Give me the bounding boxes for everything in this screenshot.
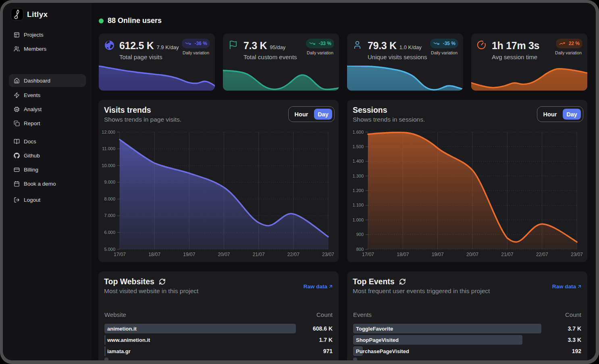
svg-text:1.200: 1.200: [352, 188, 364, 193]
svg-text:1.000: 1.000: [352, 217, 364, 222]
svg-text:20/07: 20/07: [466, 252, 478, 257]
svg-text:22/07: 22/07: [536, 252, 548, 257]
svg-text:9.000: 9.000: [104, 180, 115, 184]
svg-text:1.400: 1.400: [352, 159, 364, 163]
svg-text:AI: AI: [16, 108, 18, 110]
svg-text:20/07: 20/07: [218, 252, 230, 257]
svg-text:21/07: 21/07: [501, 252, 513, 257]
svg-text:12.000: 12.000: [102, 130, 115, 134]
svg-text:19/07: 19/07: [183, 252, 195, 257]
svg-text:900: 900: [356, 232, 364, 237]
svg-text:11.000: 11.000: [102, 146, 115, 151]
svg-text:17/07: 17/07: [114, 252, 126, 257]
svg-text:7.000: 7.000: [104, 213, 115, 218]
svg-text:23/07: 23/07: [322, 252, 334, 257]
svg-text:19/07: 19/07: [432, 252, 444, 257]
svg-text:1.600: 1.600: [352, 130, 364, 134]
svg-text:5.000: 5.000: [104, 247, 115, 252]
svg-text:23/07: 23/07: [571, 252, 583, 257]
svg-text:8.000: 8.000: [104, 196, 115, 201]
svg-text:1.300: 1.300: [352, 174, 364, 178]
svg-text:10.000: 10.000: [102, 163, 115, 168]
svg-text:22/07: 22/07: [287, 252, 300, 257]
svg-text:800: 800: [356, 247, 364, 252]
svg-text:1.100: 1.100: [352, 203, 364, 207]
svg-text:6.000: 6.000: [104, 230, 115, 235]
svg-text:18/07: 18/07: [148, 252, 160, 257]
svg-text:1.500: 1.500: [352, 144, 364, 149]
svg-text:17/07: 17/07: [362, 252, 374, 257]
svg-text:18/07: 18/07: [397, 252, 409, 257]
svg-text:21/07: 21/07: [253, 252, 265, 257]
